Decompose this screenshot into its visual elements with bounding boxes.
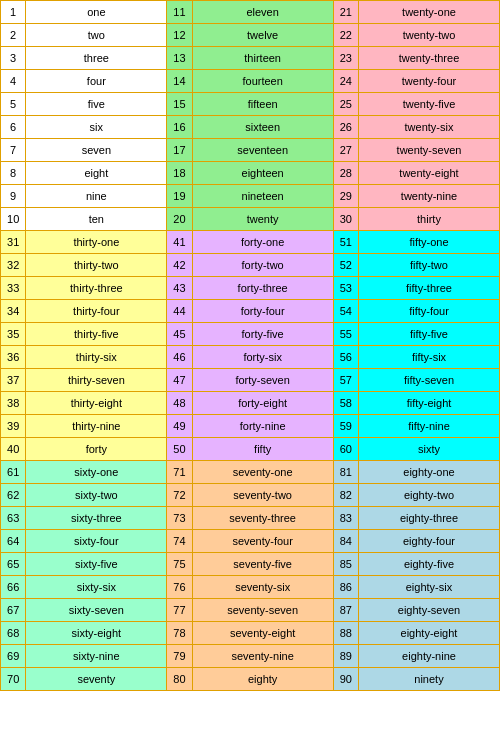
number-cell: 65 bbox=[1, 553, 26, 576]
number-cell: 56 bbox=[333, 346, 358, 369]
word-cell: sixty-four bbox=[26, 530, 167, 553]
word-cell: thirty-five bbox=[26, 323, 167, 346]
number-cell: 2 bbox=[1, 24, 26, 47]
word-cell: fifty-six bbox=[358, 346, 499, 369]
word-cell: thirty bbox=[358, 208, 499, 231]
table-row: 70seventy80eighty90ninety bbox=[1, 668, 500, 691]
number-cell: 73 bbox=[167, 507, 192, 530]
number-cell: 6 bbox=[1, 116, 26, 139]
table-row: 63sixty-three73seventy-three83eighty-thr… bbox=[1, 507, 500, 530]
word-cell: six bbox=[26, 116, 167, 139]
number-cell: 71 bbox=[167, 461, 192, 484]
word-cell: fifty-two bbox=[358, 254, 499, 277]
number-cell: 90 bbox=[333, 668, 358, 691]
number-cell: 47 bbox=[167, 369, 192, 392]
number-cell: 5 bbox=[1, 93, 26, 116]
word-cell: sixty-three bbox=[26, 507, 167, 530]
word-cell: seventeen bbox=[192, 139, 333, 162]
number-cell: 66 bbox=[1, 576, 26, 599]
table-row: 31thirty-one41forty-one51fifty-one bbox=[1, 231, 500, 254]
table-row: 37thirty-seven47forty-seven57fifty-seven bbox=[1, 369, 500, 392]
number-cell: 8 bbox=[1, 162, 26, 185]
word-cell: thirteen bbox=[192, 47, 333, 70]
word-cell: eleven bbox=[192, 1, 333, 24]
number-cell: 17 bbox=[167, 139, 192, 162]
number-cell: 38 bbox=[1, 392, 26, 415]
number-cell: 29 bbox=[333, 185, 358, 208]
table-row: 65sixty-five75seventy-five85eighty-five bbox=[1, 553, 500, 576]
number-cell: 54 bbox=[333, 300, 358, 323]
number-cell: 60 bbox=[333, 438, 358, 461]
word-cell: five bbox=[26, 93, 167, 116]
word-cell: seventy-nine bbox=[192, 645, 333, 668]
number-cell: 13 bbox=[167, 47, 192, 70]
word-cell: thirty-one bbox=[26, 231, 167, 254]
number-cell: 67 bbox=[1, 599, 26, 622]
word-cell: seventy-three bbox=[192, 507, 333, 530]
number-cell: 50 bbox=[167, 438, 192, 461]
table-row: 1one11eleven21twenty-one bbox=[1, 1, 500, 24]
number-cell: 85 bbox=[333, 553, 358, 576]
number-cell: 41 bbox=[167, 231, 192, 254]
word-cell: twenty-seven bbox=[358, 139, 499, 162]
word-cell: ninety bbox=[358, 668, 499, 691]
word-cell: thirty-four bbox=[26, 300, 167, 323]
word-cell: forty-two bbox=[192, 254, 333, 277]
table-row: 32thirty-two42forty-two52fifty-two bbox=[1, 254, 500, 277]
number-cell: 82 bbox=[333, 484, 358, 507]
table-row: 36thirty-six46forty-six56fifty-six bbox=[1, 346, 500, 369]
number-cell: 12 bbox=[167, 24, 192, 47]
number-cell: 59 bbox=[333, 415, 358, 438]
word-cell: forty-six bbox=[192, 346, 333, 369]
word-cell: seventy-seven bbox=[192, 599, 333, 622]
number-cell: 80 bbox=[167, 668, 192, 691]
word-cell: eighty-one bbox=[358, 461, 499, 484]
number-cell: 69 bbox=[1, 645, 26, 668]
number-cell: 61 bbox=[1, 461, 26, 484]
number-cell: 28 bbox=[333, 162, 358, 185]
word-cell: fifty-three bbox=[358, 277, 499, 300]
word-cell: eighty-two bbox=[358, 484, 499, 507]
number-cell: 49 bbox=[167, 415, 192, 438]
word-cell: twenty bbox=[192, 208, 333, 231]
number-cell: 64 bbox=[1, 530, 26, 553]
number-cell: 27 bbox=[333, 139, 358, 162]
word-cell: eighty-six bbox=[358, 576, 499, 599]
number-cell: 11 bbox=[167, 1, 192, 24]
table-row: 33thirty-three43forty-three53fifty-three bbox=[1, 277, 500, 300]
number-cell: 81 bbox=[333, 461, 358, 484]
table-row: 67sixty-seven77seventy-seven87eighty-sev… bbox=[1, 599, 500, 622]
number-cell: 78 bbox=[167, 622, 192, 645]
number-cell: 48 bbox=[167, 392, 192, 415]
word-cell: twenty-four bbox=[358, 70, 499, 93]
word-cell: twelve bbox=[192, 24, 333, 47]
number-cell: 43 bbox=[167, 277, 192, 300]
number-cell: 35 bbox=[1, 323, 26, 346]
word-cell: twenty-three bbox=[358, 47, 499, 70]
number-cell: 26 bbox=[333, 116, 358, 139]
table-row: 64sixty-four74seventy-four84eighty-four bbox=[1, 530, 500, 553]
number-cell: 16 bbox=[167, 116, 192, 139]
table-row: 61sixty-one71seventy-one81eighty-one bbox=[1, 461, 500, 484]
word-cell: seventy-two bbox=[192, 484, 333, 507]
table-row: 39thirty-nine49forty-nine59fifty-nine bbox=[1, 415, 500, 438]
word-cell: thirty-two bbox=[26, 254, 167, 277]
number-cell: 79 bbox=[167, 645, 192, 668]
number-cell: 72 bbox=[167, 484, 192, 507]
number-cell: 14 bbox=[167, 70, 192, 93]
word-cell: fourteen bbox=[192, 70, 333, 93]
number-cell: 18 bbox=[167, 162, 192, 185]
word-cell: forty-nine bbox=[192, 415, 333, 438]
number-cell: 53 bbox=[333, 277, 358, 300]
word-cell: eighty-seven bbox=[358, 599, 499, 622]
number-cell: 77 bbox=[167, 599, 192, 622]
number-cell: 10 bbox=[1, 208, 26, 231]
word-cell: fifty-seven bbox=[358, 369, 499, 392]
table-row: 66sixty-six76seventy-six86eighty-six bbox=[1, 576, 500, 599]
number-cell: 7 bbox=[1, 139, 26, 162]
number-cell: 25 bbox=[333, 93, 358, 116]
number-cell: 9 bbox=[1, 185, 26, 208]
number-cell: 51 bbox=[333, 231, 358, 254]
number-cell: 84 bbox=[333, 530, 358, 553]
table-row: 35thirty-five45forty-five55fifty-five bbox=[1, 323, 500, 346]
